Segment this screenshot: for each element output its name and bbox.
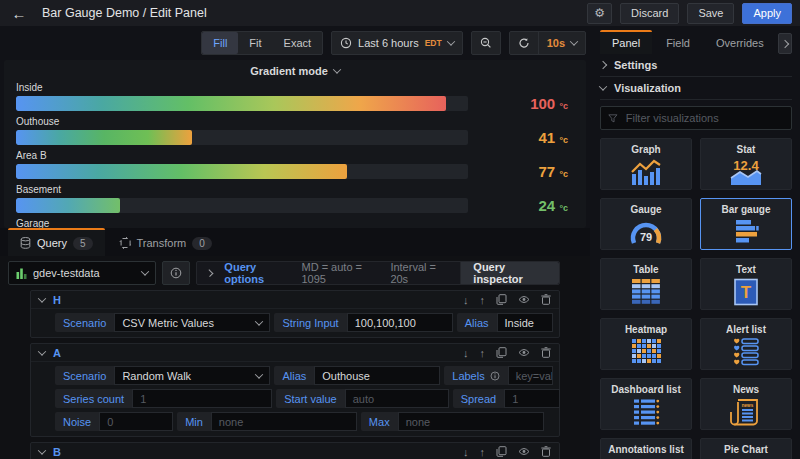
viz-card-dashboard-list[interactable]: Dashboard list xyxy=(600,378,692,430)
collapse-sidebar-button[interactable] xyxy=(778,33,792,54)
query-options-toggle[interactable]: Query options xyxy=(224,261,289,285)
back-arrow-icon[interactable]: ← xyxy=(8,5,30,22)
move-down-icon[interactable]: ↓ xyxy=(463,347,469,359)
save-button[interactable]: Save xyxy=(687,3,734,24)
gauge-fill xyxy=(16,198,120,213)
size-mode-fit[interactable]: Fit xyxy=(238,32,272,54)
size-mode-fill[interactable]: Fill xyxy=(202,32,238,54)
query-inspector-button[interactable]: Query inspector xyxy=(460,262,559,284)
disable-eye-icon[interactable] xyxy=(518,447,530,456)
query-row-a: A ↓ ↑ Scenario Random Walk Alias Outhous… xyxy=(30,343,560,437)
tab-panel[interactable]: Panel xyxy=(600,30,652,54)
page-title: Bar Gauge Demo / Edit Panel xyxy=(42,6,207,20)
alias-field[interactable]: Inside xyxy=(497,313,553,332)
move-up-icon[interactable]: ↑ xyxy=(480,347,486,359)
scenario-label: Scenario xyxy=(55,313,114,332)
size-mode-group: Fill Fit Exact xyxy=(201,31,323,55)
alias-field[interactable]: Outhouse xyxy=(314,366,440,385)
viz-card-graph[interactable]: Graph xyxy=(600,138,692,190)
spread-field[interactable]: 1 xyxy=(504,389,560,408)
gauge-fill xyxy=(16,96,446,111)
string-input-field[interactable]: 100,100,100 xyxy=(347,313,453,332)
time-range-label: Last 6 hours xyxy=(358,37,419,49)
info-circle-icon xyxy=(490,371,500,381)
noise-field[interactable]: 0 xyxy=(99,412,173,431)
panel-settings-button[interactable]: ⚙ xyxy=(587,3,612,24)
tab-overrides[interactable]: Overrides xyxy=(704,30,776,54)
refresh-interval-label: 10s xyxy=(547,37,565,49)
filter-visualizations-input[interactable] xyxy=(624,111,784,125)
move-down-icon[interactable]: ↓ xyxy=(463,294,469,306)
start-value-label: Start value xyxy=(276,389,345,408)
chevron-down-icon xyxy=(446,37,454,45)
datasource-picker[interactable]: gdev-testdata xyxy=(8,261,156,285)
tab-query-label: Query xyxy=(37,237,67,249)
apply-button[interactable]: Apply xyxy=(742,3,792,24)
gauge-label: Area B xyxy=(16,150,574,161)
gauge-label: Outhouse xyxy=(16,116,574,127)
panel-title-menu[interactable]: Gradient mode xyxy=(4,60,586,82)
viz-card-news[interactable]: News news xyxy=(700,378,792,430)
viz-card-text[interactable]: Text T xyxy=(700,258,792,310)
scenario-select[interactable]: Random Walk xyxy=(114,366,270,385)
funnel-icon xyxy=(608,113,618,124)
viz-card-alert-list[interactable]: Alert list xyxy=(700,318,792,370)
collapse-icon[interactable] xyxy=(38,347,46,355)
gauge-track xyxy=(16,96,468,111)
series-count-field[interactable]: 1 xyxy=(132,389,272,408)
refresh-button[interactable] xyxy=(510,32,538,54)
collapse-icon[interactable] xyxy=(38,294,46,302)
start-value-field[interactable]: auto xyxy=(345,389,449,408)
string-input-label: String Input xyxy=(274,313,346,332)
duplicate-icon[interactable] xyxy=(496,446,507,457)
trash-icon[interactable] xyxy=(541,294,551,305)
gauge-value: 100 °c xyxy=(468,95,574,112)
viz-card-pie-chart[interactable]: Pie Chart xyxy=(700,438,792,459)
viz-card-table[interactable]: Table xyxy=(600,258,692,310)
move-up-icon[interactable]: ↑ xyxy=(480,294,486,306)
table-icon xyxy=(628,278,664,306)
chevron-down-icon xyxy=(333,65,341,73)
zoom-out-button[interactable] xyxy=(472,32,500,54)
trash-icon[interactable] xyxy=(541,446,551,457)
move-up-icon[interactable]: ↑ xyxy=(480,446,486,458)
collapse-icon[interactable] xyxy=(38,446,46,454)
size-mode-exact[interactable]: Exact xyxy=(273,32,323,54)
viz-card-heatmap[interactable]: Heatmap xyxy=(600,318,692,370)
tab-query[interactable]: Query 5 xyxy=(8,228,105,256)
gauge-icon: 79 xyxy=(628,218,664,246)
disable-eye-icon[interactable] xyxy=(518,348,530,357)
tab-transform-label: Transform xyxy=(137,237,187,249)
refresh-interval-picker[interactable]: 10s xyxy=(539,32,585,54)
settings-section-header[interactable]: Settings xyxy=(600,54,792,77)
chevron-down-icon xyxy=(141,267,149,275)
discard-button[interactable]: Discard xyxy=(620,3,679,24)
alias-label: Alias xyxy=(274,366,314,385)
display-mode-label: Gradient mode xyxy=(250,65,328,77)
top-bar: ← Bar Gauge Demo / Edit Panel ⚙ Discard … xyxy=(0,0,800,26)
time-range-picker[interactable]: Last 6 hours EDT xyxy=(332,32,462,54)
datasource-help-button[interactable] xyxy=(162,261,190,285)
scenario-select[interactable]: CSV Metric Values xyxy=(114,313,270,332)
max-field[interactable]: none xyxy=(398,412,544,431)
chevron-down-icon xyxy=(599,82,607,90)
tab-field[interactable]: Field xyxy=(654,30,702,54)
labels-field[interactable]: key=value, key2=value2 xyxy=(508,366,553,385)
gauge-value: 41 °c xyxy=(468,129,574,146)
gauge-value: 24 °c xyxy=(468,197,574,214)
viz-card-stat[interactable]: Stat 12.4 xyxy=(700,138,792,190)
tab-transform[interactable]: Transform 0 xyxy=(107,228,224,256)
visualization-section-header[interactable]: Visualization xyxy=(600,77,792,100)
viz-card-annotations-list[interactable]: Annotations list xyxy=(600,438,692,459)
move-down-icon[interactable]: ↓ xyxy=(463,446,469,458)
gauge-track xyxy=(16,164,468,179)
trash-icon[interactable] xyxy=(541,347,551,358)
duplicate-icon[interactable] xyxy=(496,347,507,358)
viz-card-gauge[interactable]: Gauge 79 xyxy=(600,198,692,250)
disable-eye-icon[interactable] xyxy=(518,295,530,304)
viz-card-bar-gauge[interactable]: Bar gauge xyxy=(700,198,792,250)
duplicate-icon[interactable] xyxy=(496,294,507,305)
svg-text:T: T xyxy=(741,283,752,302)
query-options-interval: Interval = 20s xyxy=(390,261,448,285)
min-field[interactable]: none xyxy=(211,412,357,431)
